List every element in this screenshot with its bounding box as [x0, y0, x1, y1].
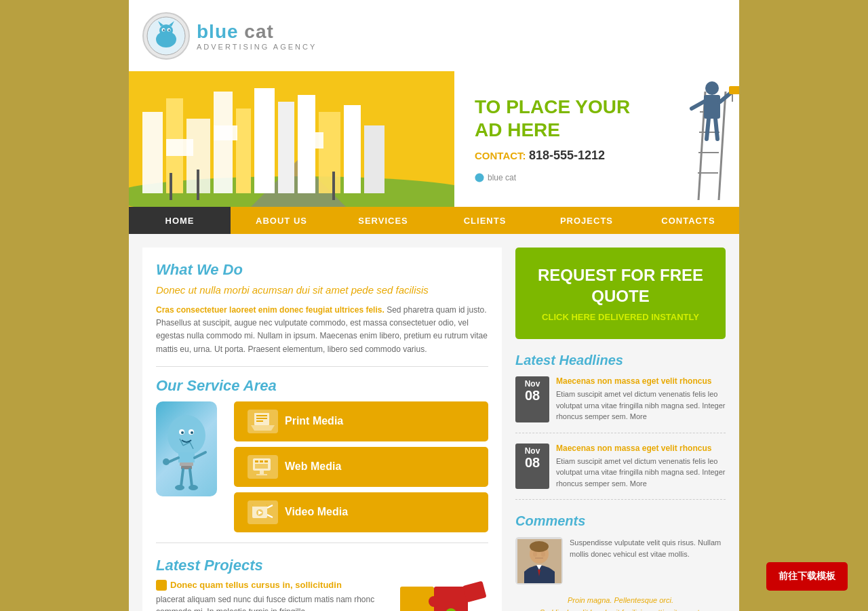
person-svg	[665, 71, 739, 207]
svg-point-52	[163, 458, 170, 465]
what-we-do-body: Cras consectetuer laoreet enim donec feu…	[156, 304, 488, 356]
headline-content-2: Maecenas non massa eget velit rhoncus Et…	[556, 444, 726, 490]
svg-rect-23	[197, 170, 199, 200]
nav-item-projects[interactable]: PROJECTS	[536, 207, 637, 234]
banner-ad: TO PLACE YOUR AD HERE CONTACT: 818-555-1…	[454, 71, 739, 207]
what-we-do-section: What We Do Donec ut nulla morbi acumsan …	[156, 261, 488, 356]
svg-rect-20	[344, 105, 361, 193]
svg-line-78	[267, 515, 273, 517]
service-video-media[interactable]: Video Media	[234, 492, 488, 532]
svg-rect-74	[252, 505, 267, 507]
headline-date-2: Nov 08	[515, 444, 549, 490]
svg-line-51	[195, 452, 205, 458]
latest-projects-section: Latest Projects	[156, 557, 488, 611]
service-area-section: Our Service Area	[156, 377, 488, 532]
service-buttons: Print Media	[234, 401, 488, 532]
svg-line-39	[707, 119, 709, 139]
logo-name: blue cat	[197, 21, 317, 43]
latest-headlines-section: Latest Headlines Nov 08 Maecenas non mas…	[515, 353, 726, 500]
print-media-icon	[248, 410, 278, 433]
project-bullet-1	[156, 580, 167, 591]
svg-rect-22	[170, 173, 172, 200]
logo-text-area: blue cat ADVERTISING AGENCY	[197, 21, 317, 51]
svg-rect-21	[364, 125, 384, 193]
comment-quote: Proin magna. Pellentesque orci. Sed ligu…	[515, 595, 726, 611]
svg-rect-16	[254, 88, 275, 193]
logo-circle	[142, 12, 190, 60]
quote-box[interactable]: REQUEST FOR FREE QUOTE CLICK HERE DELIVE…	[515, 248, 726, 339]
headline-month-2: Nov	[518, 446, 547, 456]
svg-rect-48	[180, 462, 193, 466]
headline-item-1: Nov 08 Maecenas non massa eget velit rho…	[515, 376, 726, 433]
project-link-1[interactable]: Donec quam tellus cursus in, sollicitudi…	[156, 580, 387, 591]
headline-content-1: Maecenas non massa eget velit rhoncus Et…	[556, 376, 726, 422]
navigation: HOME ABOUT US SERVICES CLIENTS PROJECTS …	[129, 207, 739, 234]
headline-title-1[interactable]: Maecenas non massa eget velit rhoncus	[556, 376, 726, 386]
svg-line-40	[715, 119, 717, 139]
svg-rect-36	[704, 95, 720, 119]
comment-top-text: Suspendisse vulputate velit quis risus. …	[570, 537, 726, 559]
what-we-do-link[interactable]: Cras consectetuer laoreet enim donec feu…	[156, 305, 384, 315]
nav-item-home[interactable]: HOME	[129, 207, 231, 234]
svg-marker-65	[251, 425, 275, 431]
web-media-label: Web Media	[285, 460, 341, 473]
svg-point-7	[163, 29, 164, 31]
download-button[interactable]: 前往下载模板	[766, 562, 848, 591]
service-print-media[interactable]: Print Media	[234, 401, 488, 441]
svg-point-82	[429, 596, 439, 607]
comment-body: Suspendisse vulputate velit quis risus. …	[570, 537, 726, 585]
what-we-do-title: What We Do	[156, 261, 488, 279]
svg-line-53	[181, 469, 183, 486]
svg-line-77	[267, 505, 273, 508]
banner: TO PLACE YOUR AD HERE CONTACT: 818-555-1…	[129, 71, 739, 207]
comment-item-1: Suspendisse vulputate velit quis risus. …	[515, 537, 726, 585]
nav-item-services[interactable]: SERVICES	[332, 207, 434, 234]
divider-2	[156, 543, 488, 543]
city-svg	[129, 71, 454, 207]
divider-1	[156, 366, 488, 367]
service-area-container: Print Media	[156, 401, 488, 532]
latest-projects-title: Latest Projects	[156, 557, 488, 574]
comment-quote-line2: Sed ligula velit hendrerit facilisis mat…	[515, 607, 726, 611]
sidebar: REQUEST FOR FREE QUOTE CLICK HERE DELIVE…	[515, 248, 726, 611]
service-web-media[interactable]: Web Media	[234, 447, 488, 487]
main-content: What We Do Donec ut nulla morbi acumsan …	[129, 234, 739, 611]
svg-rect-24	[332, 172, 335, 200]
svg-rect-69	[264, 460, 268, 462]
svg-point-92	[533, 551, 537, 557]
comments-section: Comments	[515, 513, 726, 611]
svg-rect-68	[260, 460, 263, 462]
svg-rect-19	[319, 112, 340, 193]
svg-rect-25	[166, 139, 193, 156]
svg-point-91	[530, 541, 549, 552]
comments-title: Comments	[515, 513, 726, 529]
svg-rect-15	[236, 109, 251, 193]
nav-item-clients[interactable]: CLIENTS	[434, 207, 536, 234]
web-media-icon	[248, 455, 278, 479]
nav-item-contacts[interactable]: CONTACTS	[637, 207, 739, 234]
svg-rect-64	[256, 420, 263, 422]
svg-rect-26	[214, 125, 237, 140]
headline-item-2: Nov 08 Maecenas non massa eget velit rho…	[515, 444, 726, 500]
print-media-label: Print Media	[285, 415, 343, 427]
video-media-label: Video Media	[285, 506, 348, 518]
nav-item-about[interactable]: ABOUT US	[231, 207, 332, 234]
comment-avatar	[515, 537, 563, 585]
svg-rect-63	[256, 418, 267, 419]
headline-text-2: Etiam suscipit amet vel dictum venenatis…	[556, 456, 726, 490]
svg-point-59	[181, 431, 184, 434]
comment-quote-line1: Proin magna. Pellentesque orci.	[515, 595, 726, 607]
svg-rect-62	[256, 415, 267, 416]
svg-point-56	[189, 485, 198, 490]
mascot-image	[156, 401, 217, 496]
svg-rect-81	[434, 587, 468, 611]
headline-title-2[interactable]: Maecenas non massa eget velit rhoncus	[556, 444, 726, 453]
svg-rect-11	[142, 112, 163, 193]
svg-rect-17	[278, 102, 294, 193]
svg-point-8	[168, 29, 170, 31]
headline-month-1: Nov	[518, 379, 547, 389]
logo-gray: cat	[239, 21, 274, 42]
svg-line-37	[692, 102, 704, 109]
content-area: What We Do Donec ut nulla morbi acumsan …	[142, 248, 502, 611]
svg-point-2	[159, 24, 173, 37]
